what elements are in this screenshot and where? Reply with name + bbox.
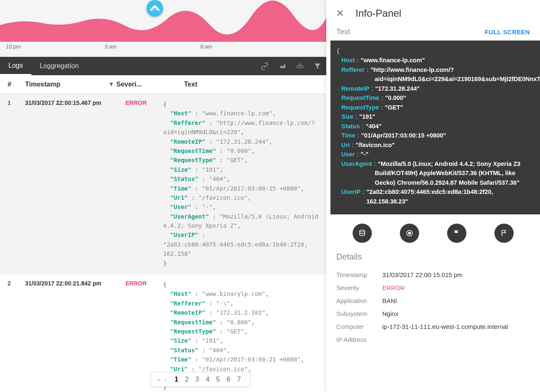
page-number[interactable]: 1: [171, 376, 182, 383]
detail-key: Computer: [336, 323, 382, 330]
row-timestamp: 31/03/2017 22:00:15.467 pm: [25, 99, 125, 268]
collapse-chart-button[interactable]: [146, 0, 163, 17]
row-number: 2: [0, 280, 25, 392]
detail-key: Application: [336, 297, 382, 304]
detail-value: ERROR: [382, 284, 405, 291]
area-chart-svg: [0, 0, 326, 42]
row-number: 1: [0, 99, 25, 268]
col-header-text[interactable]: Text: [159, 81, 197, 88]
page-first[interactable]: «: [157, 376, 161, 383]
column-headers: # Timestamp Severi... Text: [0, 75, 326, 94]
row-timestamp: 31/03/2017 22:00:21.842 pm: [25, 280, 125, 392]
chart-label: 3:am: [105, 43, 117, 50]
log-rows-container: 131/03/2017 22:00:15.467 pmERROR{ "Host"…: [0, 94, 326, 392]
col-header-number[interactable]: #: [0, 81, 25, 88]
detail-row: IP Address: [336, 333, 530, 346]
pagination: « ‹ 1234567: [151, 372, 251, 387]
table-row[interactable]: 131/03/2017 22:00:15.467 pmERROR{ "Host"…: [0, 94, 326, 274]
page-number[interactable]: 7: [234, 376, 244, 383]
svg-point-0: [360, 230, 365, 232]
database-icon[interactable]: [353, 224, 372, 243]
detail-value: ip-172-31-11-111.eu-west-1.compute.inter…: [382, 323, 508, 330]
col-header-severity[interactable]: Severi...: [109, 81, 159, 88]
detail-key: IP Address: [336, 336, 382, 343]
detail-value: 31/03/2017 22:00:15.015 pm: [382, 271, 463, 278]
flag-filled-icon[interactable]: [447, 224, 466, 243]
chart-label: 10:pm: [6, 43, 21, 50]
svg-rect-2: [409, 232, 411, 234]
detail-value: Nginx: [382, 310, 398, 317]
stop-icon[interactable]: [400, 224, 419, 243]
panel-actions: [326, 214, 540, 252]
detail-key: Subsystem: [336, 310, 382, 317]
detail-key: Timestamp: [336, 271, 382, 278]
row-text: { "Host" : "www.finance-lp.com", "Reffer…: [163, 99, 326, 268]
detail-row: SeverityERROR: [336, 281, 530, 294]
timeline-chart: 10:pm 3:am 8:am: [0, 0, 326, 57]
page-number[interactable]: 2: [182, 376, 192, 383]
download-icon[interactable]: [291, 57, 309, 75]
fullscreen-button[interactable]: FULL SCREEN: [485, 28, 530, 36]
page-prev[interactable]: ‹: [165, 376, 167, 383]
chart-time-labels: 10:pm 3:am 8:am: [0, 42, 326, 50]
detail-value: BANI: [382, 297, 397, 304]
row-severity: ERROR: [125, 99, 163, 268]
details-heading: Details: [336, 252, 530, 262]
close-icon[interactable]: ✕: [336, 8, 344, 19]
tab-logs[interactable]: Logs: [0, 57, 31, 75]
flag-outline-icon[interactable]: [494, 224, 514, 243]
filter-icon[interactable]: [309, 57, 326, 75]
detail-row: Computerip-172-31-11-111.eu-west-1.compu…: [336, 320, 530, 333]
detail-row: ApplicationBANI: [336, 294, 530, 307]
col-header-timestamp[interactable]: Timestamp: [25, 81, 109, 88]
detail-row: Timestamp31/03/2017 22:00:15.015 pm: [336, 268, 530, 281]
panel-title: Info-Panel: [356, 8, 401, 19]
page-number[interactable]: 6: [223, 376, 234, 383]
info-panel: ✕ Info-Panel Text FULL SCREEN { Host:"ww…: [326, 0, 540, 392]
panel-details: Details Timestamp31/03/2017 22:00:15.015…: [326, 252, 540, 346]
panel-json-view: { Host:"www.finance-lp.com" Refferer:"ht…: [330, 41, 540, 214]
panel-text-label: Text: [336, 28, 350, 36]
page-number[interactable]: 3: [192, 376, 202, 383]
tab-loggregation[interactable]: Loggregation: [31, 57, 87, 75]
page-number[interactable]: 4: [202, 376, 213, 383]
funnel-icon: [109, 82, 114, 87]
chart-icon[interactable]: [274, 57, 291, 75]
detail-key: Severity: [336, 284, 382, 291]
link-icon[interactable]: [256, 57, 274, 75]
page-number[interactable]: 5: [213, 376, 223, 383]
detail-row: SubsystemNginx: [336, 307, 530, 320]
chart-label: 8:am: [200, 43, 212, 50]
main-area: 10:pm 3:am 8:am Logs Loggregation # Time…: [0, 0, 326, 392]
tab-bar: Logs Loggregation: [0, 57, 326, 75]
